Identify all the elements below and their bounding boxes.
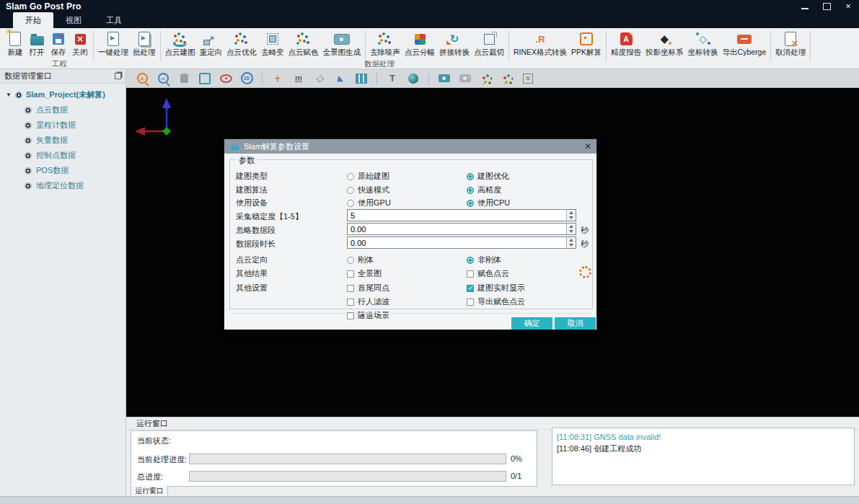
radio-icon[interactable] bbox=[347, 257, 354, 264]
cancel-process-button[interactable]: 取消处理 bbox=[773, 30, 808, 58]
pick-point-button[interactable]: + bbox=[270, 71, 285, 86]
projection-crs-button[interactable]: ◆投影坐标系 bbox=[643, 30, 686, 58]
radio-use-cpu[interactable]: 使用CPU bbox=[467, 198, 510, 208]
pointcloud-tile-button[interactable]: 点云分幅 bbox=[402, 30, 437, 58]
radio-non-rigid[interactable]: 非刚体 bbox=[467, 255, 501, 265]
radio-original-mapping[interactable]: 原始建图 bbox=[347, 171, 389, 181]
float-panel-icon[interactable] bbox=[115, 73, 121, 79]
tree-item-odometry[interactable]: 里程计数据 bbox=[25, 120, 123, 131]
camera-button[interactable] bbox=[437, 71, 451, 86]
checkbox-icon[interactable] bbox=[467, 299, 474, 306]
classified-points-button[interactable] bbox=[500, 71, 514, 86]
close-project-button[interactable]: ×关闭 bbox=[69, 30, 91, 58]
panorama-generate-button[interactable]: 全景图生成 bbox=[321, 30, 364, 58]
pointcloud-crop-button[interactable]: 点云裁切 bbox=[472, 30, 506, 58]
checkbox-export-colored[interactable]: 导出赋色点云 bbox=[467, 296, 525, 306]
save-button[interactable]: 保存 bbox=[48, 30, 69, 58]
radio-icon[interactable] bbox=[347, 173, 354, 180]
segment-duration-input[interactable] bbox=[347, 236, 576, 249]
hammer-tool-button[interactable]: T bbox=[385, 71, 400, 86]
checkbox-tunnel-scene[interactable]: 隧道场景 bbox=[347, 310, 389, 320]
spin-up-icon[interactable] bbox=[569, 225, 573, 228]
smooth-tool-button[interactable]: S bbox=[521, 71, 535, 86]
collapse-arrow-icon[interactable]: ▼ bbox=[6, 92, 12, 98]
fit-view-button[interactable] bbox=[198, 71, 212, 86]
run-window-tab[interactable]: 运行窗口 bbox=[131, 485, 168, 497]
checkbox-realtime-display[interactable]: 建图实时显示 bbox=[467, 283, 525, 293]
radio-checked-icon[interactable] bbox=[467, 200, 474, 207]
new-button[interactable]: 新建 bbox=[4, 30, 26, 58]
accuracy-report-button[interactable]: A精度报告 bbox=[609, 30, 643, 58]
ppk-solve-button[interactable]: PPK解算 bbox=[569, 30, 604, 58]
visibility-eye-icon[interactable] bbox=[25, 122, 32, 129]
spinner-buttons[interactable] bbox=[566, 237, 576, 248]
spin-up-icon[interactable] bbox=[569, 211, 573, 214]
one-click-process-button[interactable]: 一键处理 bbox=[96, 30, 131, 58]
tree-item-pointcloud[interactable]: 点云数据 bbox=[25, 105, 123, 115]
visibility-eye-icon[interactable] bbox=[25, 167, 32, 174]
checkbox-checked-icon[interactable] bbox=[467, 285, 474, 292]
radio-checked-icon[interactable] bbox=[467, 173, 474, 180]
checkbox-icon[interactable] bbox=[347, 270, 354, 278]
radio-high-precision[interactable]: 高精度 bbox=[467, 185, 501, 195]
radio-icon[interactable] bbox=[347, 187, 354, 194]
sphere-tool-button[interactable] bbox=[406, 71, 420, 86]
rinex-convert-button[interactable]: .RRINEX格式转换 bbox=[511, 30, 569, 58]
cancel-button[interactable]: 取消 bbox=[555, 317, 596, 330]
measure-volume-button[interactable]: ◇ bbox=[312, 71, 327, 86]
close-button[interactable]: × bbox=[837, 0, 859, 13]
visibility-eye-icon[interactable] bbox=[25, 137, 32, 144]
coordinate-convert-button[interactable]: ◇坐标转换 bbox=[686, 30, 721, 58]
splice-convert-button[interactable]: ↻拼接转换 bbox=[437, 30, 472, 58]
measure-distance-button[interactable]: m bbox=[291, 71, 306, 86]
spinner-buttons[interactable] bbox=[566, 224, 576, 234]
pointcloud-optimize-button[interactable]: 点云优化 bbox=[224, 30, 259, 58]
orbit-view-button[interactable] bbox=[219, 71, 233, 86]
ok-button[interactable]: 确定 bbox=[511, 317, 552, 330]
settings-gear-icon[interactable] bbox=[579, 266, 591, 278]
tab-start[interactable]: 开始 bbox=[13, 12, 53, 28]
export-cyberge-button[interactable]: 导出Cyberge bbox=[721, 30, 769, 58]
denoise-button[interactable]: 去除噪声 bbox=[368, 30, 402, 58]
spin-down-icon[interactable] bbox=[569, 216, 573, 219]
pan-button[interactable] bbox=[177, 71, 191, 86]
checkbox-icon[interactable] bbox=[347, 285, 354, 292]
tab-tools[interactable]: 工具 bbox=[94, 12, 134, 28]
tree-root-project[interactable]: ▼ Slam_Project(未解算) bbox=[6, 89, 123, 100]
log-box[interactable]: [11:08:31] GNSS data invalid! [11:08:46]… bbox=[552, 428, 855, 485]
open-button[interactable]: 打开 bbox=[26, 30, 48, 58]
stability-input[interactable] bbox=[347, 209, 576, 221]
radio-fast-mode[interactable]: 快速模式 bbox=[347, 185, 389, 195]
pointcloud-mapping-button[interactable]: 点云建图 bbox=[163, 30, 198, 58]
visibility-eye-icon[interactable] bbox=[15, 92, 22, 99]
measure-angle-button[interactable]: ◣ bbox=[333, 71, 348, 86]
scatter-points-button[interactable] bbox=[479, 71, 493, 86]
visibility-eye-icon[interactable] bbox=[25, 182, 32, 190]
radio-mapping-optimize[interactable]: 建图优化 bbox=[467, 171, 509, 181]
spin-down-icon[interactable] bbox=[569, 244, 573, 247]
dialog-titlebar[interactable]: Slam解算参数设置 ✕ bbox=[224, 139, 596, 154]
checkbox-icon[interactable] bbox=[467, 270, 474, 278]
radio-checked-icon[interactable] bbox=[467, 187, 474, 194]
radio-icon[interactable] bbox=[347, 200, 354, 207]
checkbox-loop-closure[interactable]: 首尾同点 bbox=[347, 283, 389, 293]
ignore-segment-input[interactable] bbox=[347, 223, 576, 235]
zoom-in-button[interactable]: + bbox=[135, 71, 149, 86]
tree-item-pos[interactable]: POS数据 bbox=[25, 165, 123, 176]
pointcloud-colorize-button[interactable]: 点云赋色 bbox=[286, 30, 321, 58]
tree-item-control-points[interactable]: 控制点数据 bbox=[25, 150, 123, 161]
view-2d-button[interactable]: 2D bbox=[239, 71, 254, 86]
profile-button[interactable] bbox=[354, 71, 369, 86]
minimize-button[interactable] bbox=[794, 0, 816, 13]
spinner-buttons[interactable] bbox=[566, 210, 576, 221]
spin-up-icon[interactable] bbox=[569, 239, 573, 242]
checkbox-panorama[interactable]: 全景图 bbox=[347, 268, 382, 278]
tree-item-geolocation[interactable]: 地理定位数据 bbox=[25, 180, 123, 191]
camera-off-button[interactable] bbox=[458, 71, 472, 86]
zoom-out-button[interactable]: − bbox=[156, 71, 170, 86]
dialog-close-button[interactable]: ✕ bbox=[584, 141, 591, 151]
batch-process-button[interactable]: 批处理 bbox=[131, 30, 158, 58]
checkbox-colored-pointcloud[interactable]: 赋色点云 bbox=[467, 268, 509, 278]
visibility-eye-icon[interactable] bbox=[25, 107, 32, 114]
reorient-button[interactable]: ↗重定向 bbox=[198, 30, 225, 58]
